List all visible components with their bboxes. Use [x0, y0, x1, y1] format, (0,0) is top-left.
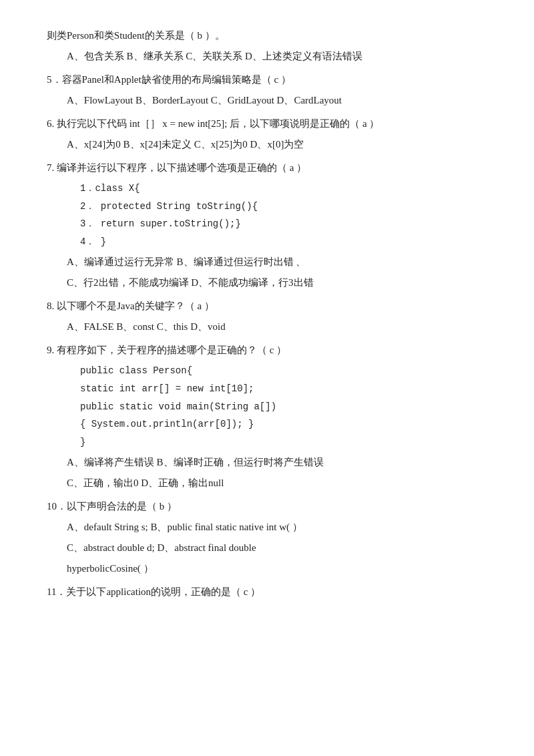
question-10: 10．以下声明合法的是（ b ） A、default String s; B、p… — [47, 498, 494, 578]
q7-code-line3: 3． return super.toString();} — [80, 215, 494, 233]
intro-line: 则类Person和类Student的关系是（ b ）。 — [47, 27, 494, 45]
question-6: 6. 执行完以下代码 int［］ x = new int[25]; 后，以下哪项… — [47, 115, 494, 154]
q9-options2: C、正确，输出0 D、正确，输出null — [67, 474, 494, 492]
q8-text: 8. 以下哪个不是Java的关键字？（ a ） — [47, 297, 494, 315]
intro-options: A、包含关系 B、继承关系 C、关联关系 D、上述类定义有语法错误 — [67, 47, 494, 65]
q9-code-line4: { System.out.println(arr[0]); } — [80, 415, 494, 433]
q10-options2: C、abstract double d; D、abstract final do… — [67, 539, 494, 557]
page-content: 则类Person和类Student的关系是（ b ）。 A、包含关系 B、继承关… — [47, 27, 494, 601]
q7-code-line1: 1．class X{ — [80, 180, 494, 198]
q10-text: 10．以下声明合法的是（ b ） — [47, 498, 494, 516]
q9-code-line2: static int arr[] = new int[10]; — [80, 380, 494, 398]
q9-code-line1: public class Person{ — [80, 362, 494, 380]
question-7: 7. 编译并运行以下程序，以下描述哪个选项是正确的（ a ） 1．class X… — [47, 159, 494, 292]
question-9: 9. 有程序如下，关于程序的描述哪个是正确的？（ c ） public clas… — [47, 341, 494, 492]
q8-options: A、FALSE B、const C、this D、void — [67, 318, 494, 336]
q5-options: A、FlowLayout B、BorderLayout C、GridLayout… — [67, 91, 494, 110]
q9-text: 9. 有程序如下，关于程序的描述哪个是正确的？（ c ） — [47, 341, 494, 359]
q10-options1: A、default String s; B、public final stati… — [67, 518, 494, 536]
question-5: 5．容器Panel和Applet缺省使用的布局编辑策略是（ c ） A、Flow… — [47, 71, 494, 110]
q10-options3: hyperbolicCosine( ） — [67, 560, 494, 578]
q9-options1: A、编译将产生错误 B、编译时正确，但运行时将产生错误 — [67, 453, 494, 471]
q5-text: 5．容器Panel和Applet缺省使用的布局编辑策略是（ c ） — [47, 71, 494, 89]
question-8: 8. 以下哪个不是Java的关键字？（ a ） A、FALSE B、const … — [47, 297, 494, 336]
q9-code-line5: } — [80, 433, 494, 451]
q9-code: public class Person{ static int arr[] = … — [80, 362, 494, 451]
q9-code-line3: public static void main(String a[]) — [80, 398, 494, 416]
q6-text: 6. 执行完以下代码 int［］ x = new int[25]; 后，以下哪项… — [47, 115, 494, 133]
q11-text: 11．关于以下application的说明，正确的是（ c ） — [47, 583, 494, 601]
q7-text: 7. 编译并运行以下程序，以下描述哪个选项是正确的（ a ） — [47, 159, 494, 177]
q7-options1: A、编译通过运行无异常 B、编译通过但运行时出错 、 — [67, 253, 494, 271]
intro-section: 则类Person和类Student的关系是（ b ）。 A、包含关系 B、继承关… — [47, 27, 494, 65]
q6-options: A、x[24]为0 B、x[24]未定义 C、x[25]为0 D、x[0]为空 — [67, 136, 494, 154]
q7-code-line4: 4． } — [80, 233, 494, 251]
q7-code: 1．class X{ 2． protected String toString(… — [80, 180, 494, 250]
q7-options2: C、行2出错，不能成功编译 D、不能成功编译，行3出错 — [67, 274, 494, 292]
question-11: 11．关于以下application的说明，正确的是（ c ） — [47, 583, 494, 601]
q7-code-line2: 2． protected String toString(){ — [80, 198, 494, 216]
